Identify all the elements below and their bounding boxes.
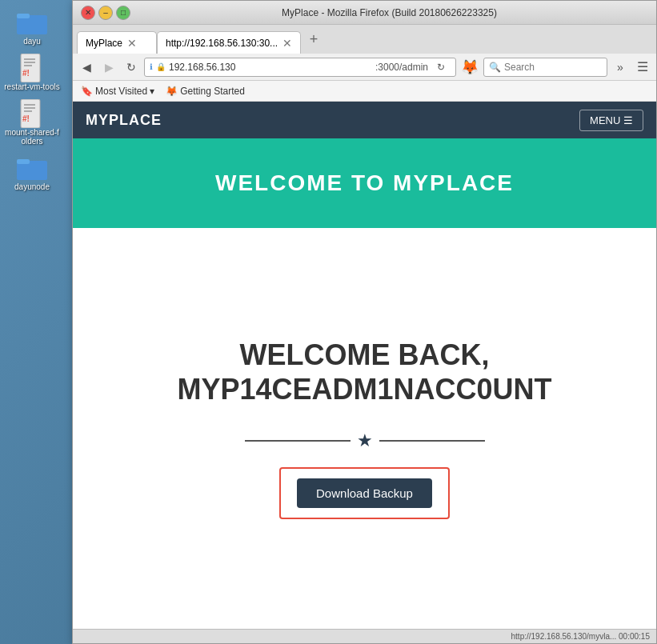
search-input[interactable] (504, 62, 624, 73)
svg-rect-8 (24, 104, 35, 106)
desktop-icon-label-restart: restart-vm-tools (4, 82, 59, 91)
star-divider: ★ (245, 430, 485, 451)
maximize-button[interactable]: □ (116, 6, 130, 20)
file-icon-mount: #! (16, 99, 48, 128)
tab-myplace[interactable]: MyPlace ✕ (77, 31, 157, 54)
svg-rect-13 (17, 159, 30, 164)
firefox-icon: 🦊 (461, 58, 479, 76)
lock-icon: ℹ (150, 62, 153, 71)
getting-started-icon: 🦊 (166, 86, 178, 97)
svg-rect-5 (24, 65, 32, 66)
myplace-app: MYPLACE MENU ☰ WELCOME TO MYPLACE WELCOM… (73, 102, 656, 629)
url-port: :3000/admin (375, 62, 428, 73)
myplace-hero-title: WELCOME TO MYPLACE (89, 170, 640, 196)
myplace-brand: MYPLACE (86, 112, 162, 129)
folder-icon-dayu (16, 8, 48, 37)
desktop-icon-label-dayu: dayu (23, 37, 41, 46)
star-icon: ★ (357, 430, 373, 451)
svg-rect-1 (17, 14, 30, 18)
forward-button[interactable]: ▶ (99, 58, 118, 77)
security-icon: 🔒 (156, 62, 166, 71)
browser-window: ✕ – □ MyPlace - Mozilla Firefox (Build 2… (72, 0, 657, 644)
download-btn-container: Download Backup (279, 467, 450, 519)
reload-button[interactable]: ↻ (122, 58, 141, 77)
file-icon-restart: #! (16, 54, 48, 82)
title-bar: ✕ – □ MyPlace - Mozilla Firefox (Build 2… (73, 1, 656, 25)
menu-button[interactable]: ☰ (633, 58, 652, 77)
refresh-url-button[interactable]: ↻ (431, 58, 451, 77)
welcome-back-title: WELCOME BACK, MYP14CEADM1NACC0UNT (177, 338, 551, 406)
desktop-icon-dayunode[interactable]: dayunode (4, 154, 60, 191)
myplace-navbar: MYPLACE MENU ☰ (73, 102, 656, 138)
svg-text:#!: #! (22, 114, 30, 123)
status-bar: http://192.168.56.130/myvla... 00:00:15 (73, 629, 656, 643)
svg-rect-2 (21, 54, 40, 82)
desktop-icon-restart-vm-tools[interactable]: #! restart-vm-tools (4, 54, 60, 91)
desktop-icons: dayu #! restart-vm-tools (0, 0, 64, 644)
desktop-icon-label-mount: mount-shared-folders (4, 128, 60, 146)
tab-close-myplace[interactable]: ✕ (127, 38, 137, 49)
myplace-menu-button[interactable]: MENU ☰ (579, 110, 643, 131)
svg-rect-10 (24, 110, 32, 112)
tab-label-myplace: MyPlace (86, 38, 122, 49)
bookmark-getting-started[interactable]: 🦊 Getting Started (162, 84, 248, 98)
window-controls: ✕ – □ (81, 6, 130, 20)
svg-rect-4 (24, 62, 35, 63)
bookmarks-bar: 🔖 Most Visited ▾ 🦊 Getting Started (73, 81, 656, 102)
desktop-icon-mount-shared-folders[interactable]: #! mount-shared-folders (4, 99, 60, 146)
tab-close-url[interactable]: ✕ (282, 38, 292, 49)
bookmark-most-visited[interactable]: 🔖 Most Visited ▾ (78, 84, 158, 98)
search-icon: 🔍 (489, 62, 501, 73)
bookmark-most-visited-label: Most Visited (95, 86, 147, 97)
svg-rect-3 (24, 58, 35, 60)
download-backup-button[interactable]: Download Backup (297, 478, 432, 508)
tab-label-url: http://192.168.56.130:30... (166, 38, 278, 49)
tab-bar: MyPlace ✕ http://192.168.56.130:30... ✕ … (73, 25, 656, 54)
page-content: MYPLACE MENU ☰ WELCOME TO MYPLACE WELCOM… (73, 102, 656, 629)
svg-rect-9 (24, 107, 35, 109)
myplace-body: WELCOME BACK, MYP14CEADM1NACC0UNT ★ Down… (73, 228, 656, 629)
svg-rect-7 (21, 99, 40, 128)
desktop: dayu #! restart-vm-tools (0, 0, 657, 644)
status-text: http://192.168.56.130/myvla... 00:00:15 (511, 632, 650, 641)
bookmark-getting-started-label: Getting Started (180, 86, 245, 97)
svg-text:#!: #! (22, 69, 30, 78)
search-container: 🔍 (483, 58, 607, 77)
chevron-right-button[interactable]: » (611, 58, 630, 77)
divider-line-left (245, 440, 351, 442)
desktop-icon-dayu[interactable]: dayu (4, 8, 60, 46)
tab-url[interactable]: http://192.168.56.130:30... ✕ (157, 31, 301, 54)
close-button[interactable]: ✕ (81, 6, 95, 20)
url-field[interactable] (169, 62, 372, 73)
url-input-container: ℹ 🔒 :3000/admin ↻ (144, 58, 456, 77)
window-title: MyPlace - Mozilla Firefox (Build 2018062… (130, 7, 648, 18)
divider-line-right (379, 440, 485, 442)
most-visited-icon: 🔖 (81, 86, 93, 97)
folder-icon-dayunode (16, 154, 48, 182)
chevron-down-icon: ▾ (150, 86, 154, 97)
desktop-icon-label-dayunode: dayunode (14, 182, 50, 191)
back-button[interactable]: ◀ (77, 58, 96, 77)
url-bar: ◀ ▶ ↻ ℹ 🔒 :3000/admin ↻ 🦊 🔍 » ☰ (73, 54, 656, 81)
new-tab-button[interactable]: + (304, 30, 323, 49)
myplace-hero: WELCOME TO MYPLACE (73, 138, 656, 228)
minimize-button[interactable]: – (98, 6, 113, 20)
